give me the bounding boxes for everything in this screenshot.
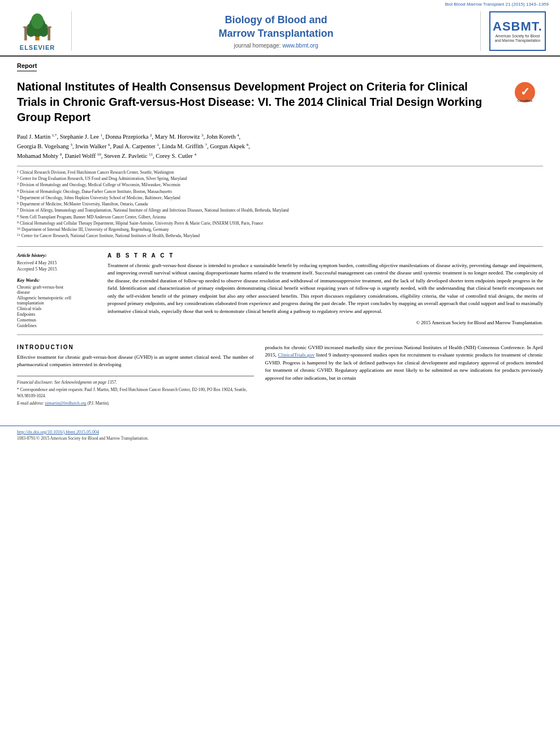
email-label: E-mail address: [17, 401, 44, 406]
affiliations-section: 1 Clinical Research Division, Fred Hutch… [17, 166, 543, 239]
elsevier-tree-icon [20, 12, 54, 43]
svg-point-4 [31, 13, 44, 29]
keyword-1: Chronic graft-versus-hostdisease [17, 285, 96, 295]
introduction-heading: INTRODUCTION [17, 344, 254, 350]
email-person: (P.J. Martin). [87, 401, 109, 406]
intro-left-column: INTRODUCTION Effective treatment for chr… [17, 344, 254, 409]
issn-line: 1083-8791/© 2015 American Society for Bl… [17, 436, 543, 441]
elsevier-brand-text: ELSEVIER [20, 44, 55, 51]
author-1: Paul J. Martin 1,*, Stephanie J. Lee 1, … [17, 134, 250, 160]
svg-rect-8 [47, 26, 51, 28]
svg-rect-7 [48, 27, 50, 40]
affiliation-9: 9 Clinical Hematology and Cellular Thera… [17, 220, 543, 226]
article-info-panel: Article history: Received 4 May 2015 Acc… [17, 252, 96, 329]
doi-line: http://dx.doi.org/10.1016/j.bbmt.2015.05… [17, 430, 543, 435]
asbmt-logo-section: ASBMT. American Society for Blood and Ma… [486, 11, 549, 51]
financial-footnote: Financial disclosure: See Acknowledgment… [17, 380, 254, 386]
asbmt-acronym-text: ASBMT. [493, 19, 542, 34]
homepage-url: www.bbmt.org [282, 42, 318, 49]
affiliation-11: 11 Center for Cancer Research, National … [17, 233, 543, 239]
intro-right-column: products for chronic GVHD increased mark… [265, 344, 543, 409]
keyword-5: Consensus [17, 317, 96, 323]
affiliation-6: 6 Department of Medicine, McMaster Unive… [17, 201, 543, 207]
affiliation-2: 2 Center for Drug Evaluation Research, U… [17, 175, 543, 182]
asbmt-logo: ASBMT. American Society for Blood and Ma… [489, 11, 546, 51]
footnotes-section: Financial disclosure: See Acknowledgment… [17, 376, 254, 407]
crossmark-icon: ✓ CrossMark [514, 81, 536, 104]
keyword-3: Clinical trials [17, 306, 96, 311]
clinicaltrials-link[interactable]: ClinicalTrials.gov [278, 352, 315, 358]
introduction-section: INTRODUCTION Effective treatment for chr… [17, 344, 543, 409]
citation-text: Biol Blood Marrow Transplant 21 (2015) 1… [445, 2, 549, 7]
doi-link[interactable]: http://dx.doi.org/10.1016/j.bbmt.2015.05… [17, 430, 99, 435]
journal-header: ELSEVIER Biology of Blood and Marrow Tra… [0, 7, 560, 57]
section-label: Report [17, 62, 37, 71]
intro-right-text: products for chronic GVHD increased mark… [265, 344, 543, 383]
journal-title: Biology of Blood and Marrow Transplantat… [218, 14, 333, 40]
affiliation-4: 4 Division of Hematologic Oncology, Dana… [17, 188, 543, 195]
abstract-body: Treatment of chronic graft-versus-host d… [107, 262, 543, 316]
svg-rect-6 [23, 26, 28, 28]
article-title: National Institutes of Health Consensus … [17, 79, 543, 125]
intro-left-text: Effective treatment for chronic graft-ve… [17, 354, 254, 369]
keywords-section: Key Words: Chronic graft-versus-hostdise… [17, 277, 96, 328]
page: Biol Blood Marrow Transplant 21 (2015) 1… [0, 0, 560, 747]
accepted-date: Accepted 5 May 2015 [17, 267, 96, 272]
article-history-title: Article history: [17, 252, 96, 258]
abstract-heading: A B S T R A C T [107, 252, 543, 259]
journal-title-section: Biology of Blood and Marrow Transplantat… [71, 11, 481, 51]
citation-line: Biol Blood Marrow Transplant 21 (2015) 1… [0, 0, 560, 7]
authors-section: Paul J. Martin 1,*, Stephanie J. Lee 1, … [17, 132, 543, 161]
svg-text:✓: ✓ [520, 85, 529, 98]
affiliation-10: 10 Department of Internal Medicine III, … [17, 226, 543, 233]
abstract-content: A B S T R A C T Treatment of chronic gra… [107, 252, 543, 329]
keyword-6: Guidelines [17, 323, 96, 328]
svg-text:CrossMark: CrossMark [518, 99, 532, 102]
affiliation-5: 5 Department of Oncology, Johns Hopkins … [17, 195, 543, 201]
affiliation-3: 3 Division of Hematology and Oncology, M… [17, 182, 543, 188]
bottom-bar: http://dx.doi.org/10.1016/j.bbmt.2015.05… [0, 426, 560, 444]
correspondence-footnote: * Correspondence and reprint requests: P… [17, 387, 254, 399]
svg-rect-5 [24, 27, 27, 40]
crossmark-badge[interactable]: ✓ CrossMark [506, 79, 543, 105]
keyword-2: Allogeneic hematopoietic celltransplanta… [17, 295, 96, 306]
keywords-title: Key Words: [17, 277, 96, 283]
affiliation-8: 8 Stem Cell Transplant Program, Banner M… [17, 214, 543, 220]
abstract-section: Article history: Received 4 May 2015 Acc… [17, 246, 543, 335]
email-footnote: E-mail address: pjmartin@fredhutch.org (… [17, 401, 254, 407]
elsevier-logo-section: ELSEVIER [9, 11, 66, 51]
abstract-copyright: © 2015 American Society for Blood and Ma… [107, 320, 543, 325]
journal-homepage: journal homepage: www.bbmt.org [234, 42, 318, 49]
affiliation-7: 7 Division of Allergy, Immunology and Tr… [17, 207, 543, 213]
main-content: Report National Institutes of Health Con… [0, 57, 560, 420]
asbmt-fullname-text: American Society for Blood and Marrow Tr… [495, 34, 541, 44]
keyword-4: Endpoints [17, 312, 96, 317]
affiliation-1: 1 Clinical Research Division, Fred Hutch… [17, 169, 543, 175]
received-date: Received 4 May 2015 [17, 260, 96, 265]
elsevier-logo: ELSEVIER [20, 12, 55, 51]
email-address[interactable]: pjmartin@fredhutch.org [45, 401, 87, 406]
